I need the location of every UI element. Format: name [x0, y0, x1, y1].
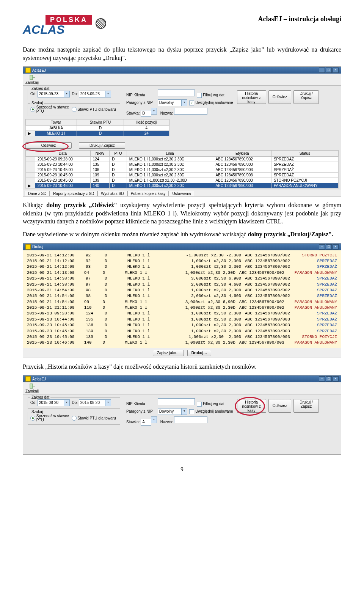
table-row[interactable]: JABŁKA D 4: [26, 126, 169, 131]
radio-sprzedaz[interactable]: [30, 107, 35, 112]
paragony-select[interactable]: Dowolny: [158, 99, 182, 106]
radio-sprzedaz[interactable]: [30, 416, 35, 421]
do-input[interactable]: 2015-08-20: [79, 399, 105, 406]
uwzg-checkbox[interactable]: [189, 409, 194, 414]
app-icon: [25, 244, 31, 250]
titlebar: AclasEJ – □ ×: [23, 375, 341, 382]
table-row[interactable]: 2015-09-23 09:28:00124DMLEKO 1 l 1,000sz…: [26, 157, 339, 162]
nazwa-input[interactable]: [174, 108, 207, 115]
close-icon[interactable]: ×: [333, 68, 339, 73]
tab-pobierz[interactable]: Pobierz kopie z kasy: [127, 191, 169, 196]
list-item: 2015-09-21 14:54:0098DMLEKO 1 l1,000szt …: [27, 288, 337, 293]
odswiez-button[interactable]: Odśwież: [268, 399, 291, 413]
close-button-label[interactable]: Zamknij: [25, 80, 39, 85]
odswiez-button-lower[interactable]: Odśwież: [25, 142, 72, 149]
nip-input[interactable]: [158, 90, 195, 96]
radio-stawki[interactable]: [72, 107, 77, 112]
do-input[interactable]: 2015-09-23: [79, 91, 105, 97]
od-label: Od:: [30, 92, 36, 96]
door-exit-icon[interactable]: [29, 383, 35, 389]
odswiez-button[interactable]: Odśwież: [268, 90, 291, 104]
uwzg-checkbox[interactable]: ✓: [189, 101, 194, 105]
globe-icon: [96, 18, 106, 29]
historia-button[interactable]: Historia nośników z kasy: [237, 399, 266, 413]
zakres-legend: Zakres dat: [30, 86, 50, 91]
chevron-down-icon[interactable]: ▾: [182, 99, 187, 106]
szukaj-legend: Szukaj: [30, 410, 44, 414]
zakres-legend: Zakres dat: [30, 395, 50, 399]
drukuj-button[interactable]: Drukuj…: [187, 350, 212, 356]
svg-rect-1: [30, 384, 33, 388]
table-row[interactable]: 2015-09-23 10:45:00139DMLEKO 1 l 1,000sz…: [26, 173, 339, 178]
chevron-down-icon[interactable]: ▾: [151, 108, 157, 115]
screenshot-3: AclasEJ – □ × Zamknij Zakres dat Od: 201…: [23, 375, 341, 455]
drukuj-zapisz-button[interactable]: Drukuj / Zapisz: [293, 90, 319, 104]
screenshot-2: Drukuj – □ × 2015-09-21 14:12:0092DMLEKO…: [23, 243, 341, 358]
col-stawka: Stawka PTU: [77, 119, 124, 126]
nip-input[interactable]: [158, 398, 195, 405]
paragraph-1: Dane można następnie zapisać do pliku te…: [23, 46, 341, 62]
tab-dane[interactable]: Dane z SD: [25, 191, 50, 196]
list-item: 2015-09-21 14:12:0093DMLEKO 1 l1,000szt …: [27, 264, 337, 270]
od-input[interactable]: 2015-09-23: [38, 91, 64, 97]
list-item: 2015-09-21 14:12:0092DMLEKO 1 l1,000szt …: [27, 258, 337, 264]
nazwa-input[interactable]: [174, 416, 207, 423]
stawka-select[interactable]: A: [141, 419, 151, 426]
page-number: 9: [23, 466, 341, 473]
tabs: Dane z SDRaporty sprzedaży z SDWydruki z…: [23, 190, 341, 196]
paragony-select[interactable]: Dowolny: [158, 408, 182, 415]
radio-stawki[interactable]: [72, 416, 77, 421]
bottom-table[interactable]: Data NRW PTU Linia Etykieta Status 2015-…: [25, 150, 339, 189]
tab-raporty[interactable]: Raporty sprzedaży z SD: [50, 191, 97, 196]
list-item: 2015-09-23 10:46:00140DMLEKO 1 l1,000szt…: [27, 340, 337, 346]
stawka-label: Stawka:: [126, 111, 140, 115]
list-item: 2015-09-21 14:54:0098DMLEKO 1 l2,000szt …: [27, 293, 337, 299]
od-input[interactable]: 2015-08-20: [38, 399, 64, 406]
historia-button[interactable]: Historia nośników z kasy: [237, 90, 266, 104]
chevron-down-icon[interactable]: ▾: [105, 91, 111, 97]
stawka-select[interactable]: D: [141, 110, 151, 117]
maximize-icon[interactable]: □: [326, 376, 332, 382]
list-item: 2015-09-21 14:38:0097DMLEKO 1 l2,000szt …: [27, 282, 337, 288]
drukuj-zapisz-button[interactable]: Drukuj / Zapisz: [293, 399, 319, 413]
door-exit-icon[interactable]: [29, 74, 35, 80]
minimize-icon[interactable]: –: [319, 376, 325, 382]
maximize-icon[interactable]: □: [326, 68, 332, 73]
chevron-down-icon[interactable]: ▾: [105, 399, 111, 406]
close-icon[interactable]: ×: [333, 244, 339, 250]
filtr-checkbox[interactable]: [197, 93, 202, 98]
list-item: 2015-09-23 10:45:00139DMLEKO 1 l-1,000sz…: [27, 334, 337, 340]
minimize-icon[interactable]: –: [319, 244, 325, 250]
table-row[interactable]: 2015-09-23 10:44:00135DMLEKO 1 l 1,000sz…: [26, 162, 339, 167]
col-data: Data: [35, 151, 91, 157]
window-title: AclasEJ: [32, 377, 46, 381]
table-row[interactable]: ▶2015-09-23 10:46:00140DMLEKO 1 l 1,000s…: [26, 183, 339, 189]
paragony-label: Paragony z NIP: [126, 101, 157, 105]
table-row-selected[interactable]: ▶ MLEKO 1 l D 24: [26, 131, 169, 136]
list-item: 2015-09-21 14:12:0092DMLEKO 1 l-1,000szt…: [27, 253, 337, 258]
tab-ustawienia[interactable]: Ustawienia: [169, 191, 194, 196]
table-row[interactable]: 2015-09-23 10:45:00136DMLEKO 1 l 1,000sz…: [26, 167, 339, 173]
chevron-down-icon[interactable]: ▾: [151, 416, 157, 423]
col-ptu: PTU: [110, 151, 127, 157]
chevron-down-icon[interactable]: ▾: [64, 91, 70, 97]
col-towar: Towar: [35, 119, 77, 126]
drukuj-zapisz-button-lower[interactable]: Drukuj / Zapisz: [79, 142, 125, 149]
window-title: Drukuj: [32, 245, 43, 249]
table-row[interactable]: 2015-09-23 10:45:00139DMLEKO 1 l -1,000s…: [26, 178, 339, 183]
close-button-label[interactable]: Zamknij: [25, 389, 39, 393]
logo-aclas: ACLAS: [23, 23, 64, 37]
app-icon: [25, 376, 31, 382]
doc-title: AclasEJ – instrukcja obsługi: [258, 15, 341, 23]
tab-wydruki[interactable]: Wydruki z SD: [97, 191, 127, 196]
nip-label: NIP Klienta: [126, 402, 157, 406]
top-table[interactable]: Towar Stawka PTU Ilość pozycji JABŁKA D …: [25, 119, 169, 136]
filtr-checkbox[interactable]: [197, 402, 202, 407]
close-icon[interactable]: ×: [333, 376, 339, 382]
chevron-down-icon[interactable]: ▾: [182, 408, 187, 415]
list-item: 2015-09-21 14:13:0094DMLEKO 1 l1,000szt …: [27, 270, 337, 276]
chevron-down-icon[interactable]: ▾: [64, 399, 70, 406]
zapisz-jako-button[interactable]: Zapisz jako…: [153, 350, 184, 356]
minimize-icon[interactable]: –: [319, 68, 325, 73]
maximize-icon[interactable]: □: [326, 244, 332, 250]
